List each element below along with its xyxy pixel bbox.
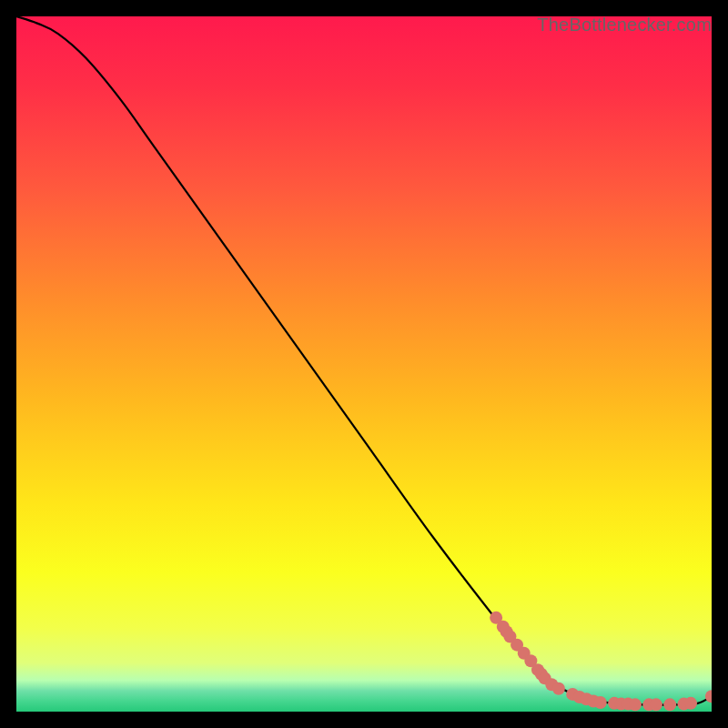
data-point (684, 697, 697, 710)
plot-area: TheBottlenecker.com (16, 16, 712, 712)
data-point (705, 690, 712, 703)
data-point (663, 698, 676, 711)
data-point (552, 682, 565, 695)
bottleneck-curve (16, 16, 712, 705)
chart-container: TheBottlenecker.com (0, 0, 728, 728)
data-point (650, 698, 662, 711)
data-point (629, 698, 642, 711)
data-point (594, 696, 607, 709)
scatter-points (490, 612, 712, 712)
chart-curve-layer (16, 16, 712, 712)
